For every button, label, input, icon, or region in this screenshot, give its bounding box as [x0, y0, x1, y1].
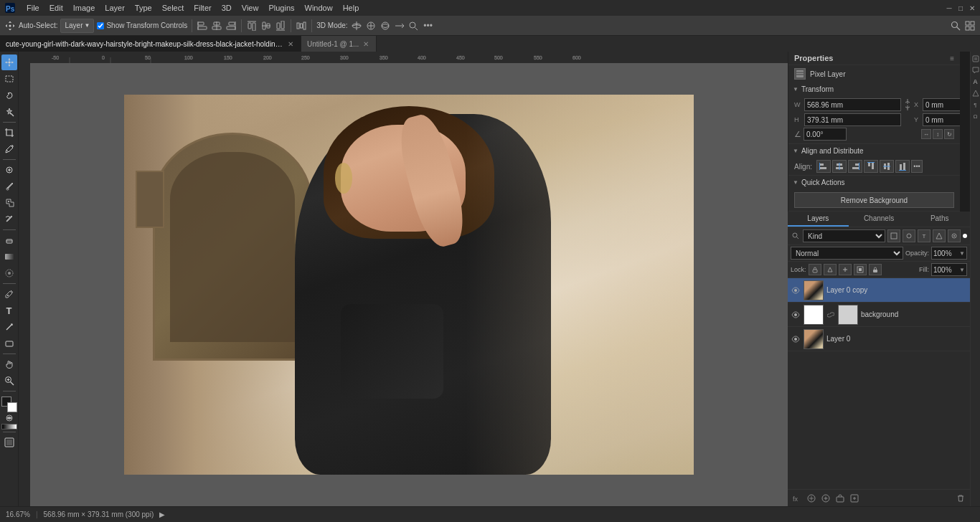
- align-bottom-edges-btn[interactable]: [895, 160, 910, 173]
- auto-select-dropdown[interactable]: Layer ▼: [60, 19, 94, 33]
- dist-h-icon[interactable]: [296, 20, 307, 32]
- maximize-button[interactable]: □: [956, 3, 966, 13]
- tab-untitled[interactable]: Untitled-1 @ 1... ✕: [301, 36, 377, 52]
- spot-heal-button[interactable]: [1, 162, 17, 178]
- align-right-edges-btn[interactable]: [848, 160, 862, 173]
- blur-tool-button[interactable]: [1, 265, 17, 281]
- marquee-tool-button[interactable]: [1, 71, 17, 87]
- comment-icon-btn[interactable]: [971, 66, 980, 75]
- menu-filter[interactable]: Filter: [189, 2, 216, 14]
- tab-main-document[interactable]: cute-young-girl-with-dark-wavy-hairstyle…: [0, 36, 301, 52]
- layers-tab-paths[interactable]: Paths: [909, 212, 970, 227]
- layer-fx-button[interactable]: fx: [791, 492, 804, 505]
- align-centers-h-btn[interactable]: [832, 160, 847, 173]
- status-arrow[interactable]: ▶: [159, 511, 165, 518]
- layer-delete-button[interactable]: [954, 492, 967, 505]
- lock-artboard-btn[interactable]: [854, 264, 867, 275]
- flip-v-button[interactable]: ↕: [933, 129, 943, 139]
- menu-edit[interactable]: Edit: [44, 2, 68, 14]
- menu-plugins[interactable]: Plugins: [263, 2, 299, 14]
- menu-select[interactable]: Select: [157, 2, 189, 14]
- path-select-button[interactable]: [1, 319, 17, 335]
- 3d-orbit-icon[interactable]: [380, 20, 391, 32]
- pen-tool-button[interactable]: [1, 286, 17, 302]
- align-centers-v-btn[interactable]: [880, 160, 894, 173]
- menu-file[interactable]: File: [22, 2, 44, 14]
- align-left-edges-btn[interactable]: [816, 160, 831, 173]
- background-color[interactable]: [7, 402, 17, 412]
- angle-input[interactable]: [804, 128, 847, 141]
- y-input[interactable]: [923, 113, 960, 126]
- lock-image-btn[interactable]: [824, 264, 837, 275]
- zoom-level[interactable]: 16.67%: [6, 511, 30, 518]
- align-right-icon[interactable]: [225, 20, 237, 32]
- filter-pixel-btn[interactable]: [887, 229, 900, 242]
- magic-wand-button[interactable]: [1, 104, 17, 120]
- transform-title[interactable]: ▼ Transform: [788, 82, 960, 96]
- properties-icon-btn[interactable]: [971, 54, 980, 63]
- align-middle-icon[interactable]: [260, 20, 272, 32]
- menu-layer[interactable]: Layer: [100, 2, 130, 14]
- show-transform-checkbox[interactable]: Show Transform Controls: [97, 22, 187, 29]
- filter-smart-btn[interactable]: [948, 229, 961, 242]
- zoom-tool-button[interactable]: [1, 373, 17, 389]
- search-icon[interactable]: [950, 20, 961, 32]
- brush-tool-button[interactable]: [1, 179, 17, 194]
- align-left-icon[interactable]: [197, 20, 208, 32]
- clone-stamp-button[interactable]: [1, 195, 17, 211]
- panel-arrange-icon[interactable]: [964, 20, 976, 32]
- gradient-tool-button[interactable]: [1, 249, 17, 265]
- quick-mask-icon[interactable]: [1, 424, 17, 430]
- align-bottom-icon[interactable]: [275, 20, 286, 32]
- history-brush-button[interactable]: [1, 212, 17, 227]
- lock-transparent-btn[interactable]: [809, 264, 821, 275]
- color-swatches[interactable]: [1, 397, 17, 412]
- quick-actions-title[interactable]: ▼ Quick Actions: [788, 176, 960, 189]
- lock-position-btn[interactable]: [839, 264, 852, 275]
- 3d-slide-icon[interactable]: [394, 20, 405, 32]
- menu-type[interactable]: Type: [130, 2, 157, 14]
- eraser-button[interactable]: [1, 232, 17, 248]
- 3d-rotate-icon[interactable]: [351, 20, 362, 32]
- layers-tab-layers[interactable]: Layers: [788, 212, 849, 227]
- layer-row-layer0[interactable]: Layer 0: [788, 327, 970, 351]
- remove-background-button[interactable]: Remove Background: [794, 192, 954, 208]
- filter-shape-btn[interactable]: [933, 229, 946, 242]
- style-panel-icon[interactable]: ¶: [971, 100, 980, 109]
- shapes-panel-icon[interactable]: [971, 89, 980, 98]
- layer0copy-visibility-icon[interactable]: [791, 285, 801, 295]
- move-tool-button[interactable]: [1, 54, 17, 70]
- menu-image[interactable]: Image: [68, 2, 100, 14]
- glyph-panel-icon[interactable]: Ω: [971, 112, 980, 120]
- type-tool-panel-icon[interactable]: A: [971, 77, 980, 86]
- layer-new-button[interactable]: [848, 492, 861, 505]
- flip-h-button[interactable]: ↔: [921, 129, 931, 139]
- align-top-edges-btn[interactable]: [864, 160, 878, 173]
- close-button[interactable]: ✕: [967, 3, 977, 13]
- opacity-input[interactable]: 100% ▼: [931, 247, 967, 260]
- menu-3d[interactable]: 3D: [217, 2, 237, 14]
- minimize-button[interactable]: ─: [944, 3, 954, 13]
- layer-group-button[interactable]: [834, 492, 847, 505]
- layers-tab-channels[interactable]: Channels: [849, 212, 910, 227]
- shape-tool-button[interactable]: [1, 336, 17, 351]
- tab-untitled-close[interactable]: ✕: [362, 39, 370, 48]
- eyedropper-button[interactable]: [1, 141, 17, 157]
- align-center-h-icon[interactable]: [211, 20, 222, 32]
- 3d-zoom-icon[interactable]: [408, 20, 420, 32]
- lock-all-btn[interactable]: [869, 264, 882, 275]
- lasso-tool-button[interactable]: [1, 87, 17, 103]
- filter-type-btn[interactable]: T: [918, 229, 930, 242]
- rotate-button[interactable]: ↻: [944, 129, 954, 139]
- layer0-visibility-icon[interactable]: [791, 334, 801, 344]
- align-top-icon[interactable]: [246, 20, 258, 32]
- screen-mode-button[interactable]: [1, 435, 17, 450]
- menu-help[interactable]: Help: [338, 2, 364, 14]
- menu-view[interactable]: View: [237, 2, 264, 14]
- 3d-pan-icon[interactable]: [365, 20, 377, 32]
- filter-kind-select[interactable]: Kind: [803, 229, 885, 242]
- more-options-icon[interactable]: •••: [423, 20, 434, 32]
- collapse-icon[interactable]: ≡: [950, 54, 954, 62]
- tab-main-close[interactable]: ✕: [286, 39, 295, 48]
- crop-tool-button[interactable]: [1, 125, 17, 141]
